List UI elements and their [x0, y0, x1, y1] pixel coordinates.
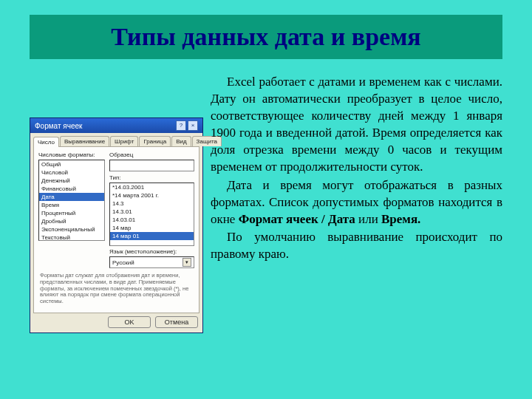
sample-box	[109, 160, 194, 171]
ok-button[interactable]: OK	[108, 316, 151, 328]
list-item[interactable]: Числовой	[39, 168, 104, 177]
list-item[interactable]: Время	[39, 201, 104, 209]
dialog-titlebar: Формат ячеек ? ×	[30, 118, 202, 133]
list-item[interactable]: *14 марта 2001 г.	[110, 191, 194, 200]
type-label: Тип:	[109, 174, 194, 181]
p2-text-mid: или	[355, 212, 381, 226]
list-item-selected[interactable]: 14 мар 01	[110, 232, 194, 240]
list-item[interactable]: 14.3	[110, 200, 194, 208]
list-item[interactable]: 14.03.01	[110, 216, 194, 224]
paragraph-1: Excel работает с датами и временем как с…	[211, 74, 502, 176]
close-icon[interactable]: ×	[188, 120, 198, 131]
window-buttons: ? ×	[176, 120, 198, 131]
dialog-buttons: OK Отмена	[30, 313, 202, 332]
categories-label: Числовые форматы:	[38, 151, 105, 158]
help-icon[interactable]: ?	[176, 120, 186, 131]
list-item[interactable]: Денежный	[39, 177, 104, 185]
dialog-title-text: Формат ячеек	[35, 122, 82, 130]
p2-bold-2: Время.	[381, 212, 420, 226]
locale-value: Русский	[112, 259, 134, 266]
dialog-illustration: Формат ячеек ? × Число Выравнивание Шриф…	[30, 74, 203, 377]
body-text: Excel работает с датами и временем как с…	[211, 74, 502, 377]
dialog-tabs: Число Выравнивание Шрифт Граница Вид Защ…	[30, 133, 202, 146]
list-item[interactable]: Текстовый	[39, 233, 104, 241]
list-item[interactable]: Финансовый	[39, 185, 104, 193]
tab-panel-number: Числовые форматы: Общий Числовой Денежны…	[33, 146, 200, 313]
slide-title: Типы данных дата и время	[111, 23, 420, 51]
tab-number[interactable]: Число	[33, 137, 59, 147]
format-cells-dialog: Формат ячеек ? × Число Выравнивание Шриф…	[30, 117, 203, 332]
tab-border[interactable]: Граница	[139, 136, 171, 146]
p2-bold-1: Формат ячеек / Дата	[239, 212, 355, 226]
list-item[interactable]: Дробный	[39, 217, 104, 225]
type-listbox[interactable]: *14.03.2001 *14 марта 2001 г. 14.3 14.3.…	[109, 183, 194, 246]
list-item[interactable]: Экспоненциальный	[39, 225, 104, 233]
list-item[interactable]: 14 мар	[110, 224, 194, 232]
cancel-button[interactable]: Отмена	[155, 316, 198, 328]
paragraph-3: По умолчанию выравнивание происходит по …	[211, 229, 502, 263]
format-description: Форматы дат служат для отображения дат и…	[38, 268, 194, 307]
list-item[interactable]: Процентный	[39, 209, 104, 217]
locale-combobox[interactable]: Русский ▾	[109, 256, 194, 268]
slide-content: Формат ячеек ? × Число Выравнивание Шриф…	[30, 74, 502, 377]
slide-title-bar: Типы данных дата и время	[30, 15, 502, 59]
list-item-selected[interactable]: Дата	[39, 193, 104, 201]
tab-font[interactable]: Шрифт	[110, 136, 138, 146]
list-item[interactable]: 14.3.01	[110, 208, 194, 216]
chevron-down-icon[interactable]: ▾	[183, 258, 191, 267]
category-listbox[interactable]: Общий Числовой Денежный Финансовый Дата …	[38, 160, 105, 241]
paragraph-2: Дата и время могут отображаться в разных…	[211, 177, 502, 228]
sample-label: Образец	[109, 151, 194, 158]
tab-align[interactable]: Выравнивание	[60, 136, 109, 146]
list-item[interactable]: *14.03.2001	[110, 183, 194, 191]
locale-label: Язык (местоположение):	[109, 248, 194, 255]
list-item[interactable]: Общий	[39, 160, 104, 168]
tab-fill[interactable]: Вид	[171, 136, 191, 146]
